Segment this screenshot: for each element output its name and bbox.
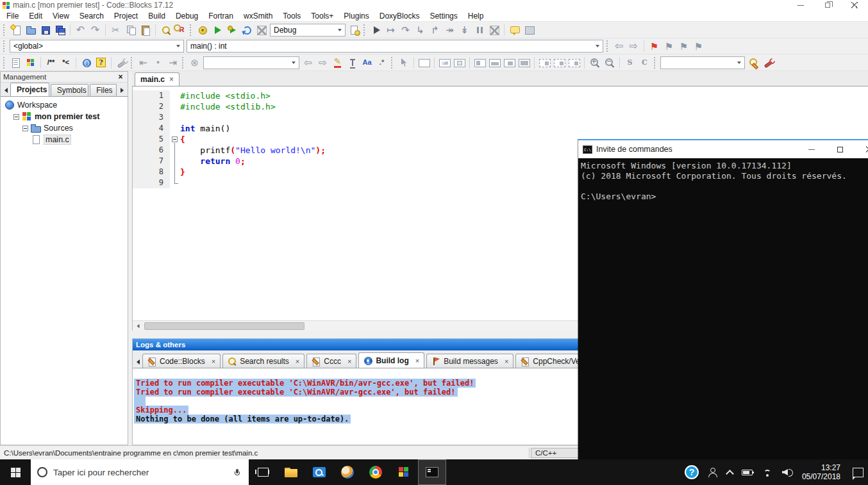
tree-item-mon-premier-test[interactable]: mon premier test (2, 111, 126, 122)
tab-symbols[interactable]: Symbols (51, 84, 89, 96)
break-debugger-icon[interactable] (472, 23, 487, 37)
tree-item-workspace[interactable]: Workspace (2, 99, 126, 111)
menu-help[interactable]: Help (463, 12, 489, 21)
toggle-bookmark-icon[interactable]: ⚑ (647, 39, 662, 53)
rebuild-icon[interactable] (239, 23, 254, 37)
tree-expander-icon[interactable] (13, 114, 19, 120)
toolbar-grip[interactable] (3, 24, 6, 36)
toolbar-grip[interactable] (3, 57, 6, 69)
taskbar-search[interactable]: Taper ici pour rechercher (31, 459, 249, 485)
clear-bookmarks-icon[interactable]: ⚑ (691, 39, 706, 53)
nav-forward-icon[interactable]: ⇨ (626, 39, 641, 53)
wx-expand-h-icon[interactable] (537, 56, 552, 70)
tabs-scroll-right-icon[interactable] (118, 85, 126, 96)
redo-icon[interactable]: ↷ (88, 23, 103, 37)
isearch-prev-icon[interactable]: ⇤ (136, 56, 151, 70)
incremental-search-input[interactable] (203, 56, 299, 69)
replace-icon[interactable]: R (173, 23, 188, 37)
help-tray-button[interactable]: ? (680, 459, 703, 485)
menu-view[interactable]: View (47, 12, 74, 21)
selection-bounds-icon[interactable] (345, 56, 360, 70)
doxy-settings-icon[interactable] (114, 56, 129, 70)
tab-close-icon[interactable]: × (296, 358, 299, 365)
save-icon[interactable] (38, 23, 53, 37)
menu-fortran[interactable]: Fortran (203, 12, 238, 21)
start-button[interactable] (0, 459, 31, 485)
doxy-line-comment-icon[interactable]: *< (58, 56, 73, 70)
file-explorer-button[interactable] (277, 459, 305, 485)
menu-search[interactable]: Search (74, 12, 109, 21)
compiler-settings-icon[interactable] (347, 23, 362, 37)
task-view-button[interactable] (249, 459, 277, 485)
minimize-button[interactable] (787, 0, 814, 10)
open-file-icon[interactable] (23, 23, 38, 37)
tab-projects[interactable]: Projects (10, 83, 49, 96)
toolbar-grip[interactable] (606, 40, 610, 52)
search-symbol-icon[interactable] (746, 56, 761, 70)
doxy-blocks-icon[interactable] (23, 56, 38, 70)
toolbar-grip[interactable] (131, 57, 134, 69)
wx-align-bottom-icon[interactable] (487, 56, 502, 70)
cmd-maximize-button[interactable] (826, 140, 855, 158)
tabs-scroll-left-icon[interactable] (2, 85, 10, 96)
search-forward-icon[interactable]: ⇨ (315, 56, 330, 70)
wx-align-left-icon[interactable] (472, 56, 487, 70)
new-file-icon[interactable] (8, 23, 23, 37)
log-tab-cccc[interactable]: Cccc× (306, 354, 356, 368)
abort-build-icon[interactable] (254, 23, 269, 37)
tab-close-icon[interactable]: × (415, 357, 419, 365)
wx-scripted-dialog-icon[interactable] (452, 56, 467, 70)
menu-wxsmith[interactable]: wxSmith (238, 12, 278, 21)
wx-expand-both-icon[interactable] (567, 56, 581, 70)
isearch-current-icon[interactable]: ● (151, 56, 165, 70)
center-widget-icon[interactable]: C (637, 56, 652, 70)
toolbar-grip[interactable] (3, 40, 6, 52)
toolbar-grip[interactable] (654, 57, 657, 69)
tree-item-main-c[interactable]: main.c (2, 134, 126, 145)
menu-edit[interactable]: Edit (24, 12, 47, 21)
menu-tools[interactable]: Tools (278, 12, 306, 21)
step-into-instruction-icon[interactable]: ↡ (457, 23, 472, 37)
run-icon[interactable] (210, 23, 224, 37)
fold-collapse-icon[interactable] (172, 136, 178, 142)
cmd-taskbar-button[interactable] (418, 459, 446, 485)
command-prompt-window[interactable]: C:\ Invite de commandes Microsoft Window… (578, 139, 868, 459)
paste-icon[interactable] (138, 23, 153, 37)
build-and-run-icon[interactable] (224, 23, 239, 37)
tab-files[interactable]: Files (90, 84, 117, 96)
undo-icon[interactable]: ↶ (73, 23, 88, 37)
menu-project[interactable]: Project (109, 12, 143, 21)
project-tree[interactable]: Workspacemon premier testSourcesmain.c (1, 97, 128, 445)
search-back-icon[interactable]: ⇦ (301, 56, 315, 70)
cmd-close-button[interactable] (855, 140, 868, 158)
symbols-search-input[interactable] (660, 56, 745, 69)
zoom-in-icon[interactable] (587, 56, 602, 70)
wx-window-icon[interactable] (417, 56, 431, 70)
toolbar-grip[interactable] (190, 24, 193, 36)
toolbar-grip[interactable] (363, 24, 367, 36)
tab-close-icon[interactable]: × (505, 358, 508, 365)
chrome-button[interactable] (362, 459, 390, 485)
match-case-icon[interactable]: Aa (360, 56, 374, 70)
cut-icon[interactable]: ✂ (108, 23, 123, 37)
prev-bookmark-icon[interactable]: ⚑ (662, 39, 676, 53)
close-button[interactable] (841, 0, 868, 10)
menu-doxyblocks[interactable]: DoxyBlocks (374, 12, 425, 21)
build-icon[interactable] (195, 23, 210, 37)
tab-main-c[interactable]: main.c × (135, 72, 179, 86)
doxy-run-html-icon[interactable] (79, 56, 94, 70)
toolbar-grip[interactable] (391, 57, 394, 69)
next-line-icon[interactable]: ↷ (398, 23, 413, 37)
fold-margin[interactable] (170, 134, 180, 145)
highlight-occurrences-icon[interactable]: ✎ (330, 56, 345, 70)
zoom-out-icon[interactable] (602, 56, 617, 70)
menu-file[interactable]: File (1, 12, 24, 21)
pointer-icon[interactable] (396, 56, 411, 70)
dropdown-arrow-icon[interactable] (334, 24, 345, 36)
next-instruction-icon[interactable]: ↠ (442, 23, 457, 37)
nav-back-icon[interactable]: ⇦ (612, 39, 626, 53)
logs-scroll-left-icon[interactable] (134, 356, 142, 368)
battery-button[interactable] (737, 459, 757, 485)
dropdown-arrow-icon[interactable] (172, 40, 183, 52)
wx-align-center-icon[interactable] (502, 56, 517, 70)
